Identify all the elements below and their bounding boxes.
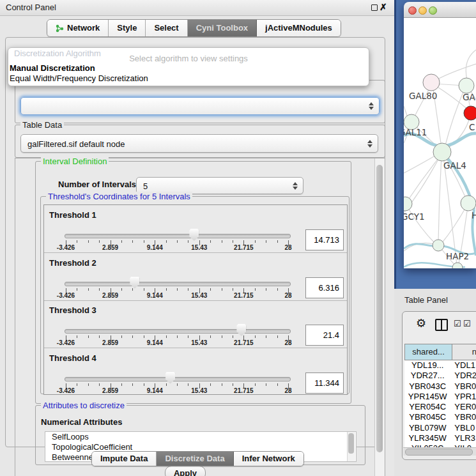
slider-tick-label: 15.43 (191, 339, 207, 346)
column-header-shared-name[interactable]: shared... (404, 344, 452, 360)
popup-option-equal-width-frequency[interactable]: Equal Width/Frequency Discretization (10, 73, 148, 83)
network-node-h[interactable] (461, 196, 476, 211)
threshold-slider-thumb[interactable] (189, 229, 199, 241)
slider-tick-label: 21.715 (234, 339, 254, 346)
threshold-slider-track[interactable] (65, 377, 291, 381)
name-cell[interactable]: YPR1 (450, 392, 476, 402)
column-header-name[interactable]: name (452, 344, 476, 360)
zoom-traffic-light-icon[interactable] (429, 6, 437, 15)
slider-tick (99, 288, 100, 291)
threshold-slider-thumb[interactable] (130, 277, 139, 289)
tab-select[interactable]: Select (146, 20, 187, 36)
tab-impute-data[interactable]: Impute Data (92, 452, 157, 466)
close-traffic-light-icon[interactable] (408, 6, 417, 15)
attribute-item[interactable]: SelfLoops (45, 432, 356, 442)
slider-tick (177, 335, 178, 338)
gear-icon[interactable]: ⚙ (416, 316, 426, 330)
checkbox-icon[interactable]: ☑ (463, 319, 471, 328)
algorithm-dropdown-popup: Discretization Algorithm Select algorith… (8, 47, 369, 86)
algorithm-combobox[interactable] (20, 97, 380, 115)
table-data-combobox[interactable]: galFiltered.sif default node (20, 134, 378, 153)
table-horizontal-scrollbar[interactable] (403, 447, 476, 456)
slider-tick (77, 383, 77, 386)
network-node-label: GAL4 (443, 160, 466, 171)
split-table-icon[interactable] (435, 319, 448, 331)
tab-style[interactable]: Style (109, 20, 146, 36)
network-node-gal80[interactable] (423, 74, 440, 91)
table-row[interactable]: YER054CYER0 (404, 402, 476, 412)
network-node[interactable] (452, 263, 463, 268)
shared-name-cell[interactable]: YLR345W (404, 433, 450, 443)
tab-jactivemnodules[interactable]: jActiveMNodules (257, 20, 341, 36)
scrollbar-thumb[interactable] (348, 433, 354, 454)
slider-tick (177, 383, 178, 386)
tab-label: Style (117, 20, 137, 36)
threshold-slider-thumb[interactable] (236, 324, 246, 336)
tab-network[interactable]: Network (47, 20, 109, 36)
popup-prompt: Select algorithm to view settings (8, 54, 369, 63)
table-row[interactable]: YBR045CYBR0 (404, 412, 476, 422)
table-header-row: shared... name (404, 344, 476, 360)
threshold-value-field[interactable]: 14.713 (305, 229, 344, 250)
slider-tick (277, 288, 278, 291)
scrollbar-thumb[interactable] (405, 449, 473, 456)
float-window-icon[interactable] (371, 4, 378, 11)
name-cell[interactable]: YBR0 (450, 381, 476, 392)
close-icon[interactable]: ✗ (380, 2, 387, 12)
shared-name-cell[interactable]: YER054C (404, 402, 450, 412)
network-node-gcy1[interactable] (404, 197, 412, 211)
network-window-titlebar[interactable] (404, 2, 476, 18)
minimize-traffic-light-icon[interactable] (418, 6, 427, 15)
table-row[interactable]: YPR145WYPR1 (404, 392, 476, 402)
network-node-label: GAL11 (404, 127, 427, 137)
network-edge (438, 157, 441, 242)
popup-option-manual-discretization[interactable]: Manual Discretization (10, 63, 95, 73)
slider-tick (132, 335, 133, 338)
threshold-value-field[interactable]: 6.316 (305, 277, 344, 298)
threshold-value-field[interactable]: 11.344 (305, 372, 344, 394)
name-cell[interactable]: YBL0 (450, 423, 476, 433)
network-node-ga[interactable] (459, 78, 474, 93)
shared-name-cell[interactable]: YBR043C (404, 381, 450, 392)
main-vertical-scrollbar[interactable] (374, 158, 385, 476)
network-node-gal4[interactable] (433, 143, 451, 161)
threshold-slider-track[interactable] (65, 282, 291, 286)
table-row[interactable]: YBL079WYBL0 (404, 423, 476, 433)
network-canvas[interactable]: GAL80GACGAL11GAL4GCY1HHAP2 (404, 18, 476, 268)
name-cell[interactable]: YER0 (450, 402, 476, 412)
top-tab-bar: NetworkStyleSelectCyni ToolboxjActiveMNo… (47, 19, 341, 37)
attributes-scrollbar[interactable] (347, 432, 355, 461)
tab-infer-network[interactable]: Infer Network (234, 452, 303, 466)
name-cell[interactable]: YDL1 (450, 360, 476, 371)
threshold-value-field[interactable]: 21.4 (305, 325, 344, 346)
name-cell[interactable]: YDR2 (450, 371, 476, 381)
name-cell[interactable]: YBR0 (450, 412, 476, 422)
threshold-slider-thumb[interactable] (165, 372, 175, 384)
scrollbar-thumb[interactable] (376, 165, 383, 452)
network-node-hap2[interactable] (433, 240, 444, 251)
network-icon (56, 24, 64, 33)
table-row[interactable]: YDL19...YDL1 (404, 360, 476, 371)
shared-name-cell[interactable]: YBL079W (404, 423, 450, 433)
shared-name-cell[interactable]: YDL19... (404, 360, 450, 371)
shared-name-cell[interactable]: YBR045C (404, 412, 450, 422)
slider-tick (266, 383, 266, 386)
network-edge (466, 50, 476, 80)
table-row[interactable]: YLR345WYLR3 (404, 433, 476, 443)
slider-tick (222, 288, 222, 291)
tab-cyni-toolbox[interactable]: Cyni Toolbox (188, 20, 257, 36)
threshold-slider-track[interactable] (65, 329, 291, 334)
apply-button[interactable]: Apply (165, 466, 206, 476)
slider-tick-label: 9.144 (147, 339, 163, 346)
thresholds-container: Threshold 1 -3.4262.8599.14415.4321.7152… (43, 204, 348, 395)
shared-name-cell[interactable]: YDR27... (404, 371, 450, 381)
shared-name-cell[interactable]: YPR145W (404, 392, 450, 402)
tab-discretize-data[interactable]: Discretize Data (157, 452, 233, 466)
table-row[interactable]: YBR043CYBR0 (404, 381, 476, 392)
name-cell[interactable]: YLR3 (450, 433, 476, 443)
table-row[interactable]: YDR27...YDR2 (404, 371, 476, 381)
threshold-slider-track[interactable] (65, 234, 291, 238)
network-node-c[interactable] (464, 106, 476, 120)
checkbox-icon[interactable]: ☑ (454, 319, 461, 328)
slider-tick-label: 21.715 (234, 244, 254, 251)
